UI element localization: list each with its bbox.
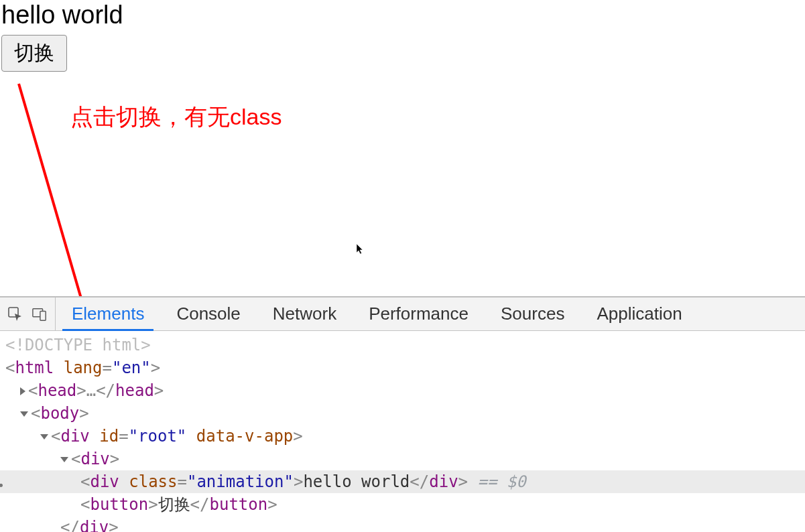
inspect-element-icon[interactable] [8, 307, 23, 322]
page-content: hello world 切换 [0, 0, 805, 72]
collapse-icon[interactable] [40, 434, 48, 440]
devtools-icon-group [0, 297, 56, 330]
code-button-node[interactable]: <button>切换</button> [0, 493, 805, 516]
annotation-label: 点击切换，有无class [70, 102, 282, 133]
svg-rect-4 [40, 311, 46, 320]
code-head[interactable]: <head>…</head> [0, 379, 805, 402]
tab-application[interactable]: Application [580, 297, 698, 330]
elements-tree[interactable]: <!DOCTYPE html> <html lang="en"> <head>…… [0, 331, 805, 532]
collapse-icon[interactable] [60, 457, 68, 462]
tab-console[interactable]: Console [160, 297, 256, 330]
devtools-tabs: Elements Console Network Performance Sou… [56, 297, 698, 330]
device-toolbar-icon[interactable] [32, 307, 47, 322]
devtools-panel: Elements Console Network Performance Sou… [0, 296, 805, 532]
code-doctype[interactable]: <!DOCTYPE html> [0, 334, 805, 356]
code-root-div[interactable]: <div id="root" data-v-app> [0, 425, 805, 448]
code-inner-div[interactable]: <div> [0, 448, 805, 470]
mouse-cursor-icon [356, 243, 365, 259]
collapse-icon[interactable] [20, 411, 28, 417]
tab-elements[interactable]: Elements [56, 297, 160, 330]
tab-sources[interactable]: Sources [485, 297, 580, 330]
toggle-button[interactable]: 切换 [1, 35, 67, 72]
tab-performance[interactable]: Performance [353, 297, 485, 330]
code-inner-div-close[interactable]: </div> [0, 516, 805, 532]
devtools-toolbar: Elements Console Network Performance Sou… [0, 297, 805, 331]
tab-network[interactable]: Network [257, 297, 353, 330]
code-selected-node[interactable]: <div class="animation">hello world</div>… [0, 470, 805, 493]
code-body-open[interactable]: <body> [0, 402, 805, 425]
expand-icon[interactable] [20, 387, 25, 395]
hello-text: hello world [1, 0, 805, 31]
code-html-open[interactable]: <html lang="en"> [0, 356, 805, 379]
